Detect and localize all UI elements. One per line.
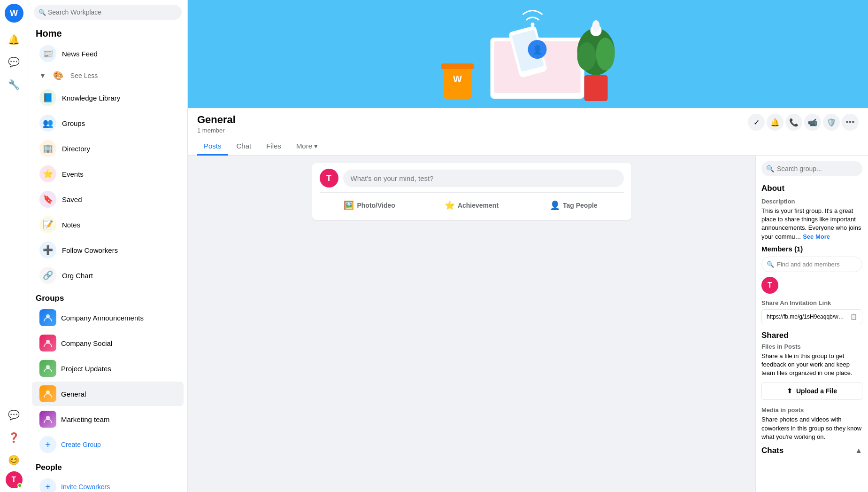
find-members-input[interactable]: [777, 261, 857, 268]
group-title: General: [197, 114, 236, 126]
notes-icon: 📝: [39, 216, 56, 233]
group-name-project-updates: Project Updates: [61, 365, 111, 373]
sidebar-item-groups[interactable]: 👥 Groups: [32, 111, 184, 135]
find-members-search[interactable]: 🔍: [761, 257, 862, 272]
photo-video-label: Photo/Video: [357, 202, 395, 209]
svg-point-19: [592, 20, 600, 31]
member-avatar-t: T: [761, 277, 778, 294]
group-name-marketing-team: Marketing team: [61, 415, 109, 423]
tab-files[interactable]: Files: [260, 138, 288, 156]
composer-top: T: [320, 169, 624, 187]
composer-input[interactable]: [343, 170, 624, 187]
news-feed-icon: 📰: [39, 45, 56, 62]
group-search-input[interactable]: [777, 165, 859, 172]
knowledge-library-label: Knowledge Library: [62, 94, 120, 102]
see-less-toggle[interactable]: ▼ 🎨 See Less: [32, 66, 184, 85]
group-avatar-marketing-team: [39, 411, 56, 428]
notifications-icon[interactable]: 🔔: [5, 30, 23, 49]
main-content: W 👤 General: [188, 0, 868, 492]
sidebar-group-general[interactable]: General: [32, 382, 184, 406]
svg-point-17: [596, 38, 615, 70]
description-text: This is your first group. It's a great p…: [761, 207, 862, 241]
org-chart-icon: 🔗: [39, 267, 56, 284]
right-panel: 🔍 About Description This is your first g…: [755, 156, 868, 492]
feed-area: T 🖼️ Photo/Video ⭐ Achievement 👤 Tag Peo…: [188, 156, 755, 492]
achievement-label: Achievement: [458, 202, 499, 209]
group-header: General 1 member ✓ 🔔 📞 📹 🛡️ ••• Posts Ch…: [188, 108, 868, 156]
saved-label: Saved: [62, 195, 82, 203]
sidebar-item-notes[interactable]: 📝 Notes: [32, 212, 184, 237]
photo-video-icon: 🖼️: [344, 200, 354, 211]
post-composer: T 🖼️ Photo/Video ⭐ Achievement 👤 Tag Peo…: [312, 163, 631, 220]
create-group-icon: +: [39, 436, 56, 453]
svg-point-13: [531, 23, 535, 26]
copy-link-icon[interactable]: 📋: [850, 313, 857, 320]
sidebar-item-directory[interactable]: 🏢 Directory: [32, 136, 184, 161]
sidebar-item-knowledge-library[interactable]: 📘 Knowledge Library: [32, 86, 184, 110]
tag-people-label: Tag People: [563, 202, 598, 209]
sidebar-item-events[interactable]: ⭐ Events: [32, 162, 184, 186]
sidebar-item-follow-coworkers[interactable]: ➕ Follow Coworkers: [32, 238, 184, 262]
group-member-count: 1 member: [197, 127, 236, 134]
create-group-label: Create Group: [61, 441, 101, 448]
chevron-icon: ▼: [39, 72, 46, 79]
app-logo[interactable]: W: [5, 4, 23, 23]
left-icon-bar: W 🔔 💬 🔧 💬 ❓ 😊 T: [0, 0, 28, 492]
group-avatar-company-social: [39, 335, 56, 351]
mark-read-button[interactable]: ✓: [748, 114, 765, 131]
group-search[interactable]: 🔍: [761, 161, 862, 176]
tag-people-action[interactable]: 👤 Tag People: [523, 196, 623, 214]
sidebar-group-company-social[interactable]: Company Social: [32, 331, 184, 355]
group-avatar-general: [39, 385, 56, 402]
privacy-button[interactable]: 🛡️: [823, 114, 840, 131]
achievement-action[interactable]: ⭐ Achievement: [422, 196, 522, 214]
video-button[interactable]: 📹: [804, 114, 821, 131]
more-button[interactable]: •••: [842, 114, 859, 131]
body-area: T 🖼️ Photo/Video ⭐ Achievement 👤 Tag Peo…: [188, 156, 868, 492]
sidebar-group-company-announcements[interactable]: Company Announcements: [32, 305, 184, 330]
search-icon: 🔍: [38, 9, 46, 16]
chat-icon[interactable]: 💬: [5, 53, 23, 71]
tab-more[interactable]: More ▾: [290, 138, 324, 156]
search-input[interactable]: [34, 5, 182, 20]
sidebar: 🔍 Home 📰 News Feed ▼ 🎨 See Less 📘 Knowle…: [28, 0, 188, 492]
sidebar-group-marketing-team[interactable]: Marketing team: [32, 407, 184, 431]
directory-icon: 🏢: [39, 140, 56, 157]
tab-chat[interactable]: Chat: [230, 138, 258, 156]
group-name-company-social: Company Social: [61, 339, 112, 347]
svg-point-16: [577, 42, 596, 70]
see-more-link[interactable]: See More: [803, 233, 830, 240]
notifications-button[interactable]: 🔔: [767, 114, 784, 131]
photo-video-action[interactable]: 🖼️ Photo/Video: [320, 196, 420, 214]
sidebar-item-saved[interactable]: 🔖 Saved: [32, 187, 184, 211]
tab-posts[interactable]: Posts: [197, 138, 228, 156]
knowledge-library-icon: 📘: [39, 89, 56, 106]
invite-coworkers-icon: +: [39, 478, 56, 492]
composer-avatar: T: [320, 169, 338, 187]
create-group-item[interactable]: + Create Group: [32, 432, 184, 457]
emoji-icon[interactable]: 😊: [5, 451, 23, 469]
call-button[interactable]: 📞: [785, 114, 802, 131]
see-less-label: See Less: [70, 72, 98, 79]
files-in-posts-label: Files in Posts: [761, 343, 862, 350]
sidebar-item-org-chart[interactable]: 🔗 Org Chart: [32, 263, 184, 288]
upload-file-button[interactable]: ⬆ Upload a File: [761, 382, 862, 400]
svg-text:👤: 👤: [532, 45, 543, 55]
events-label: Events: [62, 170, 84, 178]
user-avatar[interactable]: T: [6, 471, 23, 488]
sidebar-search-area: 🔍: [28, 0, 187, 24]
group-avatar-company-announcements: [39, 309, 56, 326]
group-tabs: Posts Chat Files More ▾: [197, 138, 859, 155]
achievement-icon: ⭐: [445, 200, 455, 211]
feedback-icon[interactable]: 💬: [5, 406, 23, 424]
groups-label: Groups: [62, 119, 85, 127]
sidebar-group-project-updates[interactable]: Project Updates: [32, 356, 184, 381]
sidebar-title: Home: [28, 24, 187, 41]
sidebar-item-news-feed[interactable]: 📰 News Feed: [32, 41, 184, 66]
help-icon[interactable]: ❓: [5, 428, 23, 447]
chats-chevron-button[interactable]: ▲: [855, 446, 862, 455]
invite-coworkers-item[interactable]: + Invite Coworkers: [32, 475, 184, 492]
integrations-icon[interactable]: 🔧: [5, 75, 23, 94]
share-link-label: Share An Invitation Link: [761, 299, 862, 306]
follow-coworkers-icon: ➕: [39, 242, 56, 258]
